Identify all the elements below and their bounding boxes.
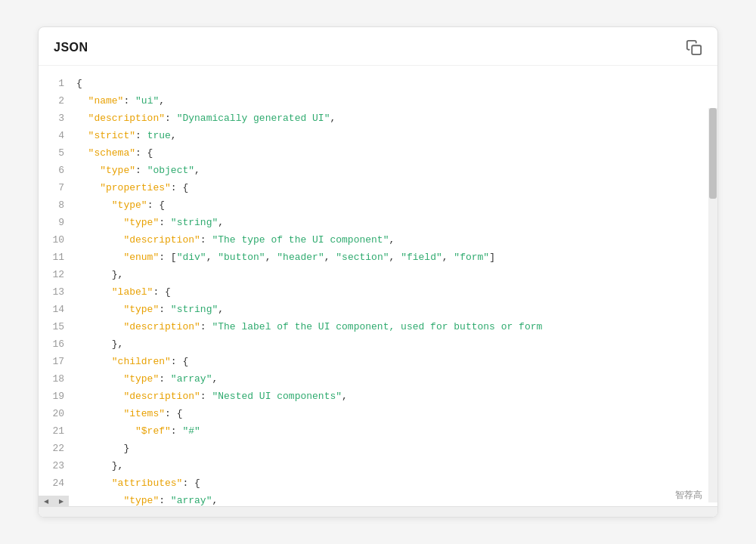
scroll-right-arrow[interactable]: ▶ [54, 496, 69, 506]
watermark: 智荐高 [675, 489, 702, 502]
line-number: 11 [51, 249, 64, 266]
line-number: 18 [51, 370, 64, 388]
line-number: 10 [51, 231, 64, 249]
code-area[interactable]: { "name": "ui", "description": "Dynamica… [76, 66, 717, 513]
code-line: "attributes": { [76, 474, 717, 492]
scrollbar-vertical[interactable] [708, 108, 717, 502]
line-number: 14 [51, 301, 64, 318]
line-number: 7 [51, 179, 64, 196]
code-line: "type": "array", [76, 370, 717, 388]
nav-arrows: ◀ ▶ [39, 496, 69, 506]
code-line: "description": "Nested UI components", [76, 388, 717, 405]
line-number: 23 [51, 457, 64, 474]
scroll-left-arrow[interactable]: ◀ [39, 496, 54, 506]
code-line: "type": "string", [76, 214, 717, 231]
line-number: 24 [51, 474, 64, 492]
code-line: "type": "object", [76, 162, 717, 179]
line-number: 5 [51, 144, 64, 162]
line-number: 9 [51, 214, 64, 231]
code-line: "children": { [76, 353, 717, 370]
code-line: "schema": { [76, 144, 717, 162]
code-line: { [76, 75, 717, 92]
code-line: "properties": { [76, 179, 717, 196]
code-line: }, [76, 457, 717, 474]
code-line: "type": "string", [76, 301, 717, 318]
code-line: "$ref": "#" [76, 422, 717, 440]
line-number: 20 [51, 405, 64, 422]
line-number: 1 [51, 75, 64, 92]
code-line: } [76, 440, 717, 457]
line-number: 13 [51, 283, 64, 301]
scrollbar-thumb[interactable] [709, 108, 717, 199]
code-line: "description": "The label of the UI comp… [76, 318, 717, 335]
line-number: 16 [51, 335, 64, 353]
code-line: "description": "The type of the UI compo… [76, 231, 717, 249]
line-number: 22 [51, 440, 64, 457]
code-line: "description": "Dynamically generated UI… [76, 110, 717, 127]
code-line: }, [76, 335, 717, 353]
json-body: 1234567891011121314151617181920212223242… [39, 66, 717, 513]
code-line: "enum": ["div", "button", "header", "sec… [76, 249, 717, 266]
copy-icon[interactable] [686, 39, 702, 56]
svg-rect-0 [692, 45, 701, 54]
line-number: 15 [51, 318, 64, 335]
code-line: "name": "ui", [76, 92, 717, 110]
line-number: 19 [51, 388, 64, 405]
json-header: JSON [39, 27, 717, 66]
line-number: 2 [51, 92, 64, 110]
line-number: 21 [51, 422, 64, 440]
line-number: 3 [51, 110, 64, 127]
line-numbers: 1234567891011121314151617181920212223242… [39, 66, 76, 513]
line-number: 6 [51, 162, 64, 179]
json-title: JSON [54, 41, 88, 54]
code-line: "items": { [76, 405, 717, 422]
code-line: "type": { [76, 196, 717, 214]
bottom-scrollbar[interactable]: ◀ ▶ [39, 506, 717, 517]
code-line: }, [76, 266, 717, 283]
code-line: "strict": true, [76, 127, 717, 144]
line-number: 8 [51, 196, 64, 214]
json-viewer: JSON 12345678910111213141516171819202122… [38, 26, 718, 518]
code-line: "label": { [76, 283, 717, 301]
line-number: 17 [51, 353, 64, 370]
line-number: 4 [51, 127, 64, 144]
line-number: 12 [51, 266, 64, 283]
